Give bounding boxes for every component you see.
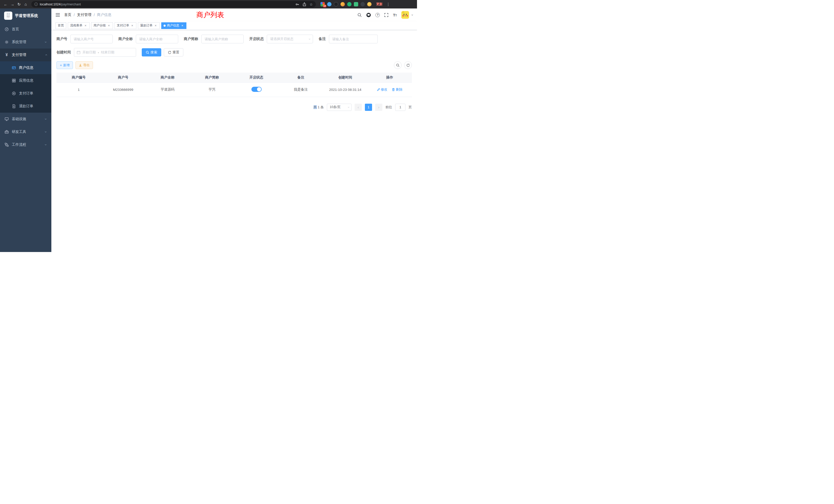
sidebar-item-dev-tools[interactable]: 研发工具 › bbox=[0, 125, 51, 138]
bookmark-star-icon[interactable]: ☆ bbox=[309, 2, 313, 6]
breadcrumb-item[interactable]: 支付管理 bbox=[77, 13, 91, 17]
col-header: 商户全称 bbox=[145, 73, 190, 83]
sidebar-item-label: 支付管理 bbox=[12, 53, 26, 57]
close-icon[interactable]: × bbox=[84, 24, 87, 27]
close-icon[interactable]: × bbox=[154, 24, 157, 27]
status-toggle[interactable] bbox=[251, 87, 262, 92]
goto-page-input[interactable] bbox=[395, 104, 405, 111]
tab-merchant-info[interactable]: 商户信息× bbox=[161, 22, 186, 29]
browser-forward-icon[interactable]: → bbox=[9, 1, 16, 7]
extensions-area: 10 bbox=[321, 2, 372, 6]
help-icon[interactable]: ? bbox=[375, 13, 380, 17]
add-button[interactable]: + 新增 bbox=[57, 61, 73, 69]
reset-button[interactable]: 重置 bbox=[164, 48, 183, 56]
tab-refund-orders[interactable]: 退款订单× bbox=[138, 22, 160, 29]
breadcrumb-item-current: 商户信息 bbox=[97, 13, 111, 17]
password-key-icon[interactable] bbox=[295, 2, 300, 6]
tab-user-group[interactable]: 用户分组× bbox=[91, 22, 113, 29]
close-icon[interactable]: × bbox=[107, 24, 111, 27]
calendar-icon bbox=[77, 50, 80, 54]
status-select[interactable]: 请选择开启状态 › bbox=[267, 35, 313, 43]
sidebar-item-merchant-info[interactable]: 商户信息 bbox=[0, 61, 51, 74]
sidebar-toggle-icon[interactable] bbox=[56, 13, 60, 17]
browser-toolbar: ← → ↻ ⌂ i localhost:1024/pay/merchant ☆ … bbox=[0, 0, 417, 8]
tab-home[interactable]: 首页 bbox=[56, 22, 66, 29]
github-icon[interactable] bbox=[366, 13, 371, 18]
search-button[interactable]: 搜索 bbox=[142, 48, 161, 56]
extension-icon[interactable] bbox=[354, 2, 358, 6]
page-size-select[interactable]: 10条/页 › bbox=[327, 104, 352, 111]
address-bar[interactable]: i localhost:1024/pay/merchant ☆ bbox=[31, 1, 316, 7]
extension-icon[interactable] bbox=[341, 2, 345, 6]
sidebar-item-home[interactable]: 首页 bbox=[0, 23, 51, 36]
plus-icon: + bbox=[60, 63, 62, 67]
export-button[interactable]: 导出 bbox=[75, 61, 93, 69]
tab-label: 支付订单 bbox=[117, 23, 129, 28]
add-button-label: 新增 bbox=[63, 63, 70, 68]
sidebar-item-label: 应用信息 bbox=[19, 78, 34, 83]
close-icon[interactable]: × bbox=[130, 24, 134, 27]
url-path: /pay/merchant bbox=[61, 3, 81, 6]
toggle-search-button[interactable] bbox=[394, 61, 401, 69]
sidebar-item-refund-orders[interactable]: 退款订单 bbox=[0, 100, 51, 113]
tab-process-form[interactable]: 流程表单× bbox=[68, 22, 90, 29]
col-header: 开启状态 bbox=[234, 73, 279, 83]
tab-label: 流程表单 bbox=[70, 23, 83, 28]
page-unit-label: 页 bbox=[409, 105, 412, 110]
fullscreen-icon[interactable] bbox=[384, 13, 389, 17]
search-icon bbox=[396, 64, 399, 67]
next-page-button[interactable]: › bbox=[375, 104, 382, 111]
search-icon bbox=[146, 51, 149, 54]
user-avatar[interactable] bbox=[401, 11, 409, 19]
create-time-range-picker[interactable]: 开始日期 - 结束日期 bbox=[74, 48, 136, 57]
delete-button[interactable]: 删除 bbox=[392, 87, 402, 92]
close-icon[interactable]: × bbox=[180, 24, 184, 27]
share-icon[interactable] bbox=[303, 2, 306, 6]
extension-icon[interactable] bbox=[360, 2, 365, 6]
merchant-full-name-input[interactable] bbox=[136, 35, 178, 43]
sidebar-item-payment[interactable]: ¥ 支付管理 › bbox=[0, 48, 51, 61]
col-header: 备注 bbox=[279, 73, 323, 83]
browser-menu-icon[interactable]: ⋮ bbox=[385, 1, 391, 7]
chrome-update-button[interactable]: 更新 bbox=[376, 2, 382, 6]
extension-icon[interactable] bbox=[367, 2, 372, 6]
sidebar-item-label: 基础设施 bbox=[12, 117, 26, 121]
merchant-no-input[interactable] bbox=[70, 35, 113, 43]
sidebar-item-system[interactable]: 系统管理 › bbox=[0, 36, 51, 48]
extension-icon[interactable] bbox=[334, 2, 338, 6]
browser-back-icon[interactable]: ← bbox=[3, 1, 9, 7]
page-number-button[interactable]: 1 bbox=[365, 104, 372, 111]
extension-icon[interactable]: 10 bbox=[321, 2, 325, 6]
merchant-table: 商户编号 商户号 商户全称 商户简称 开启状态 备注 创建时间 操作 1 M23… bbox=[57, 73, 412, 97]
sidebar-item-workflow[interactable]: 工作流程 › bbox=[0, 138, 51, 151]
font-size-icon[interactable]: TT bbox=[393, 13, 397, 17]
avatar-caret-icon[interactable]: › bbox=[410, 14, 414, 16]
col-header: 操作 bbox=[368, 73, 412, 83]
filter-label: 商户号 bbox=[57, 37, 67, 41]
search-icon[interactable] bbox=[357, 13, 362, 17]
sidebar-item-app-info[interactable]: 应用信息 bbox=[0, 74, 51, 87]
chevron-down-icon: › bbox=[44, 131, 48, 133]
edit-button[interactable]: 修改 bbox=[377, 87, 388, 92]
extension-icon[interactable] bbox=[347, 2, 352, 6]
browser-home-icon[interactable]: ⌂ bbox=[23, 1, 29, 7]
browser-reload-icon[interactable]: ↻ bbox=[16, 1, 22, 7]
filter-label: 备注 bbox=[319, 37, 326, 41]
site-info-icon[interactable]: i bbox=[35, 3, 38, 6]
extension-icon[interactable] bbox=[327, 2, 331, 6]
sidebar-item-payment-orders[interactable]: 支付订单 bbox=[0, 87, 51, 100]
edit-button-label: 修改 bbox=[381, 87, 388, 92]
refresh-table-button[interactable] bbox=[404, 61, 412, 69]
payment-submenu: 商户信息 应用信息 支付订单 退款订单 bbox=[0, 61, 51, 113]
sidebar-item-label: 支付订单 bbox=[19, 91, 34, 96]
pagination-total: 共 1 条 bbox=[313, 105, 324, 110]
breadcrumb-item[interactable]: 首页 bbox=[64, 13, 71, 17]
merchant-short-name-input[interactable] bbox=[201, 35, 244, 43]
sidebar-item-label: 退款订单 bbox=[19, 104, 34, 109]
tab-payment-orders[interactable]: 支付订单× bbox=[114, 22, 136, 29]
monitor-icon bbox=[5, 117, 9, 121]
prev-page-button[interactable]: ‹ bbox=[355, 104, 362, 111]
chevron-down-icon: › bbox=[44, 118, 48, 120]
sidebar-item-infrastructure[interactable]: 基础设施 › bbox=[0, 113, 51, 125]
remark-input[interactable] bbox=[329, 35, 378, 43]
